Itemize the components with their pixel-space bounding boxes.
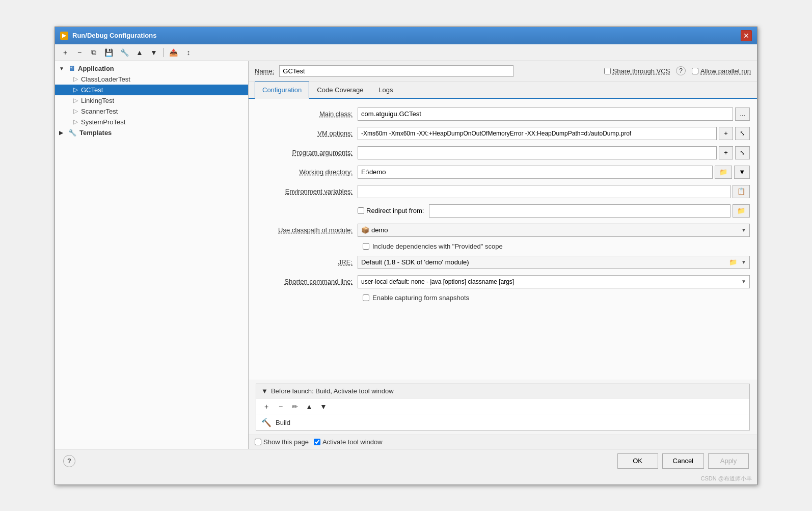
tabs-bar: Configuration Code Coverage Logs bbox=[249, 82, 757, 99]
jre-browse-button[interactable]: 📁 bbox=[725, 256, 741, 269]
working-dir-browse-button[interactable]: 📁 bbox=[715, 166, 732, 179]
bl-up-button[interactable]: ▲ bbox=[303, 400, 315, 413]
share-button[interactable]: 📤 bbox=[167, 46, 180, 59]
templates-arrow: ▶ bbox=[59, 130, 65, 136]
before-launch-header: ▼ Before launch: Build, Activate tool wi… bbox=[256, 384, 749, 398]
before-launch-arrow: ▼ bbox=[261, 387, 268, 395]
allow-parallel-checkbox[interactable] bbox=[692, 68, 698, 74]
share-vcs-checkbox[interactable] bbox=[604, 68, 611, 74]
title-bar-left: ▶ Run/Debug Configurations bbox=[60, 32, 156, 40]
shorten-label: Shorten command line: bbox=[256, 278, 358, 285]
linkingtest-icon: ▷ bbox=[73, 97, 78, 104]
jre-row: JRE: Default (1.8 - SDK of 'demo' module… bbox=[256, 255, 750, 270]
cancel-button[interactable]: Cancel bbox=[662, 453, 704, 469]
bl-down-button[interactable]: ▼ bbox=[317, 400, 330, 413]
application-arrow: ▼ bbox=[59, 66, 65, 71]
apply-button[interactable]: Apply bbox=[708, 453, 749, 469]
application-label: Application bbox=[78, 65, 114, 72]
build-icon: 🔨 bbox=[261, 418, 272, 427]
systemprotest-icon: ▷ bbox=[73, 118, 78, 125]
config-tree: ▼ 🖥 Application ▷ ClassLoaderTest ▷ GCTe… bbox=[55, 61, 248, 449]
tree-group-application[interactable]: ▼ 🖥 Application bbox=[55, 63, 248, 74]
tree-group-templates[interactable]: ▶ 🔧 Templates bbox=[55, 127, 248, 138]
tab-configuration[interactable]: Configuration bbox=[255, 82, 309, 99]
shorten-field: user-local default: none - java [options… bbox=[358, 275, 750, 288]
main-class-browse-button[interactable]: ... bbox=[735, 107, 750, 121]
toolbar-separator bbox=[163, 48, 164, 57]
working-dir-label: Working directory: bbox=[256, 168, 358, 176]
activate-tool-checkbox[interactable] bbox=[314, 439, 320, 445]
close-button[interactable]: ✕ bbox=[741, 30, 752, 41]
before-launch-toolbar: + − ✏ ▲ ▼ bbox=[256, 398, 749, 415]
linkingtest-label: LinkingTest bbox=[81, 97, 114, 104]
scannertest-label: ScannerTest bbox=[81, 107, 118, 115]
help-icon[interactable]: ? bbox=[676, 66, 686, 75]
main-toolbar: + − ⧉ 💾 🔧 ▲ ▼ 📤 ↕ bbox=[55, 44, 757, 61]
shorten-row: Shorten command line: user-local default… bbox=[256, 275, 750, 289]
tab-logs[interactable]: Logs bbox=[371, 82, 400, 99]
tab-code-coverage[interactable]: Code Coverage bbox=[309, 82, 371, 99]
vm-expand-button[interactable]: ⤡ bbox=[735, 127, 750, 140]
show-page-label[interactable]: Show this page bbox=[255, 438, 309, 446]
ok-button[interactable]: OK bbox=[617, 453, 658, 469]
save-config-button[interactable]: 💾 bbox=[102, 46, 116, 59]
vm-add-button[interactable]: + bbox=[719, 127, 733, 140]
program-args-input[interactable] bbox=[358, 146, 717, 159]
vm-options-input[interactable] bbox=[358, 127, 717, 140]
settings-button[interactable]: 🔧 bbox=[118, 46, 131, 59]
tree-item-scannertest[interactable]: ▷ ScannerTest bbox=[55, 106, 248, 117]
vm-options-row: VM options: + ⤡ bbox=[256, 126, 750, 141]
move-down-button[interactable]: ▼ bbox=[148, 46, 160, 59]
name-input[interactable] bbox=[279, 65, 513, 77]
classpath-icon: 📦 bbox=[361, 226, 369, 234]
run-debug-dialog: ▶ Run/Debug Configurations ✕ + − ⧉ 💾 🔧 ▲… bbox=[55, 26, 757, 485]
name-label: Name: bbox=[255, 67, 274, 75]
working-dir-field: 📁 ▼ bbox=[358, 166, 750, 179]
classpath-field: 📦 demo ▼ bbox=[358, 224, 750, 237]
env-vars-btn[interactable]: 📋 bbox=[733, 185, 750, 198]
activate-tool-label[interactable]: Activate tool window bbox=[314, 438, 383, 446]
prog-add-button[interactable]: + bbox=[719, 146, 733, 159]
main-class-input[interactable] bbox=[358, 107, 733, 121]
systemprotest-label: SystemProTest bbox=[81, 118, 125, 126]
bl-edit-button[interactable]: ✏ bbox=[289, 400, 301, 413]
prog-expand-button[interactable]: ⤡ bbox=[735, 146, 750, 159]
before-launch-build-item: 🔨 Build bbox=[256, 415, 749, 430]
app-icon: ▶ bbox=[60, 32, 68, 40]
classpath-dropdown[interactable]: 📦 demo ▼ bbox=[358, 224, 750, 237]
watermark: CSDN @布道师小羊 bbox=[55, 473, 757, 485]
include-deps-checkbox[interactable] bbox=[363, 243, 369, 250]
redirect-browse-button[interactable]: 📁 bbox=[733, 204, 750, 218]
application-icon: 🖥 bbox=[68, 65, 75, 72]
working-dir-arrow-button[interactable]: ▼ bbox=[734, 166, 750, 179]
redirect-input[interactable] bbox=[429, 204, 730, 218]
bl-remove-button[interactable]: − bbox=[275, 400, 287, 413]
share-vcs-label[interactable]: Share through VCS bbox=[604, 67, 670, 75]
tree-item-classloadertest[interactable]: ▷ ClassLoaderTest bbox=[55, 74, 248, 85]
move-up-button[interactable]: ▲ bbox=[133, 46, 146, 59]
remove-config-button[interactable]: − bbox=[73, 46, 86, 59]
jre-dropdown[interactable]: Default (1.8 - SDK of 'demo' module) 📁 ▼ bbox=[358, 256, 750, 269]
show-page-checkbox[interactable] bbox=[255, 439, 261, 445]
build-label: Build bbox=[276, 419, 290, 426]
shorten-dropdown[interactable]: user-local default: none - java [options… bbox=[358, 275, 750, 288]
tree-item-systemprotest[interactable]: ▷ SystemProTest bbox=[55, 117, 248, 127]
templates-label: Templates bbox=[79, 129, 112, 137]
enable-snapshots-checkbox[interactable] bbox=[363, 294, 369, 301]
tree-item-gctest[interactable]: ▷ GCTest bbox=[55, 85, 248, 95]
redirect-checkbox[interactable] bbox=[358, 207, 364, 214]
add-config-button[interactable]: + bbox=[59, 46, 71, 59]
tree-item-linkingtest[interactable]: ▷ LinkingTest bbox=[55, 95, 248, 106]
working-dir-input[interactable] bbox=[358, 166, 713, 179]
copy-config-button[interactable]: ⧉ bbox=[88, 46, 100, 59]
help-button[interactable]: ? bbox=[63, 455, 75, 467]
allow-parallel-label[interactable]: Allow parallel run bbox=[692, 67, 751, 75]
program-args-label: Program arguments: bbox=[256, 149, 358, 156]
shorten-arrow: ▼ bbox=[741, 279, 746, 284]
scannertest-icon: ▷ bbox=[73, 107, 78, 115]
env-vars-input[interactable] bbox=[358, 185, 730, 198]
sort-button[interactable]: ↕ bbox=[182, 46, 195, 59]
dialog-title: Run/Debug Configurations bbox=[72, 32, 156, 39]
before-launch-section: ▼ Before launch: Build, Activate tool wi… bbox=[256, 384, 750, 431]
bl-add-button[interactable]: + bbox=[260, 400, 273, 413]
